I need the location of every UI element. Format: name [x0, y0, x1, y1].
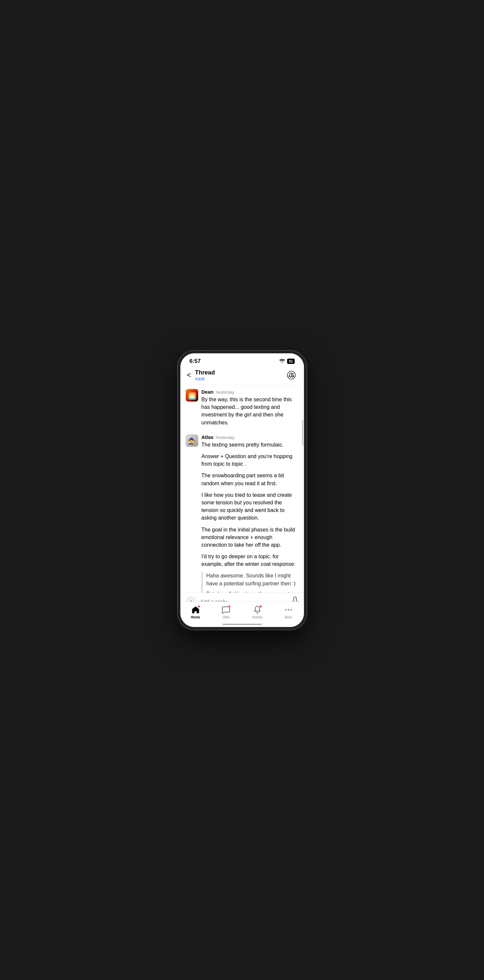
activity-notification-dot — [259, 605, 262, 608]
more-ellipsis-icon — [284, 606, 293, 614]
activity-label: Activity — [252, 616, 263, 619]
phone-frame: 6:57 91 < Thread #ask — [178, 351, 306, 630]
svg-text:🌅: 🌅 — [188, 392, 196, 400]
quote-block: Haha awesome. Sounds like I might have a… — [202, 572, 299, 593]
svg-point-10 — [290, 609, 292, 611]
svg-point-9 — [288, 609, 289, 611]
message-text-atlas: The texting seems pretty formulaic. Answ… — [202, 441, 299, 593]
battery-indicator: 91 — [287, 359, 294, 364]
nav-item-activity[interactable]: Activity — [252, 605, 263, 619]
thread-header: < Thread #ask — [180, 367, 304, 385]
message-meta-dean: Dean Yesterday — [202, 389, 299, 395]
back-button[interactable]: < — [187, 369, 194, 381]
message-time-atlas: Yesterday — [216, 435, 234, 440]
message-time-dean: Yesterday — [216, 390, 234, 395]
scrollbar-thumb — [302, 420, 303, 446]
status-time: 6:57 — [190, 358, 201, 364]
audio-button[interactable] — [286, 369, 297, 381]
scrollbar-track — [302, 413, 303, 571]
message-content-dean: Dean Yesterday By the way, this is the s… — [202, 389, 299, 426]
message-sender-dean: Dean — [202, 389, 214, 395]
svg-text:🧙: 🧙 — [188, 437, 196, 445]
home-indicator — [222, 624, 262, 625]
nav-item-dms[interactable]: DMs — [221, 605, 231, 619]
activity-icon-wrap — [253, 605, 262, 614]
svg-point-0 — [287, 371, 295, 379]
svg-point-8 — [285, 609, 286, 611]
thread-channel[interactable]: #ask — [195, 376, 285, 382]
message-text-dean: By the way, this is the second time this… — [202, 396, 299, 426]
message-content-atlas: Atlas Yesterday The texting seems pretty… — [202, 434, 299, 593]
message-group-atlas: 🧙 Atlas Yesterday The texting seems pret… — [180, 430, 304, 593]
message-meta-atlas: Atlas Yesterday — [202, 434, 299, 440]
thread-title: Thread — [195, 369, 285, 377]
avatar-atlas: 🧙 — [186, 434, 198, 447]
home-icon-wrap — [191, 605, 200, 614]
status-icons: 91 — [279, 358, 294, 364]
dms-notification-dot — [228, 605, 231, 608]
home-label: Home — [191, 616, 200, 619]
status-bar: 6:57 91 — [180, 353, 304, 367]
more-icon-wrap — [284, 605, 293, 614]
dms-label: DMs — [223, 616, 230, 619]
home-notification-dot — [198, 605, 200, 608]
messages-scroll-area[interactable]: 🌅 Dean Yesterday By the way, this is the… — [180, 385, 304, 593]
message-group-dean: 🌅 Dean Yesterday By the way, this is the… — [180, 385, 304, 430]
nav-item-more[interactable]: More — [284, 605, 293, 619]
avatar-dean: 🌅 — [186, 389, 198, 402]
bottom-nav: Home DMs Activity — [180, 601, 304, 627]
nav-item-home[interactable]: Home — [191, 605, 200, 619]
header-title-group: Thread #ask — [194, 369, 285, 382]
dms-icon-wrap — [221, 605, 231, 614]
wifi-icon — [279, 358, 285, 364]
message-sender-atlas: Atlas — [202, 434, 214, 440]
more-label: More — [285, 616, 292, 619]
